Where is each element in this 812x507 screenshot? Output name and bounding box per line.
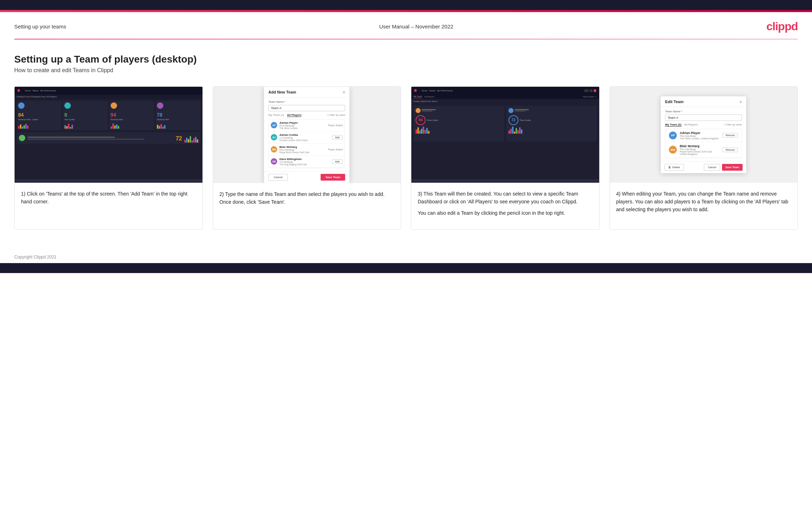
- edit-modal-actions: Cancel Save Team: [704, 164, 743, 171]
- card-4: Edit Team × Team Name * My Team (2) All …: [610, 86, 798, 230]
- ss1-player-card: 78 Handicap Index: [155, 101, 200, 130]
- player-info: Adrian Coliba 1.5 Handicap Central Londo…: [279, 133, 330, 142]
- edit-team-modal: Edit Team × Team Name * My Team (2) All …: [661, 96, 746, 173]
- card-1: Home Teams My Performance Finding 6 out …: [14, 86, 203, 230]
- ss3-player-card: 94 Player Quality: [413, 106, 504, 142]
- card-1-text: 1) Click on 'Teams' at the top of the sc…: [15, 183, 202, 229]
- edit-team-name-label: Team Name *: [665, 110, 742, 113]
- copyright-text: Copyright Clippd 2021: [14, 255, 57, 260]
- filter-by-name: ☐ Filter by name: [327, 114, 345, 116]
- modal-close-icon[interactable]: ×: [343, 90, 346, 95]
- edit-player-item: AP Adrian Player Plus Handicap The Shire…: [665, 129, 742, 142]
- edit-player-sub: Plus Handicap: [680, 135, 719, 137]
- cancel-button[interactable]: Cancel: [268, 174, 288, 181]
- player-added-label: Player Added: [328, 148, 343, 151]
- main-content: Setting up a Team of players (desktop) H…: [0, 39, 812, 251]
- add-player-button[interactable]: Add: [332, 159, 343, 164]
- manual-label: User Manual – November 2022: [379, 23, 453, 30]
- logo: clippd: [766, 20, 798, 33]
- screenshot-4: Edit Team × Team Name * My Team (2) All …: [610, 87, 798, 183]
- section-label: Setting up your teams: [14, 23, 66, 30]
- player-avatar: AP: [271, 122, 277, 128]
- trash-icon: 🗑: [668, 166, 671, 169]
- player-info: Dave Billingham 3.5 Handicap The Dog Mag…: [279, 158, 330, 166]
- team-name-label: Team Name *: [268, 100, 345, 103]
- player-sub: Plus Handicap: [279, 149, 326, 151]
- card-2-text: 2) Type the name of this Team and then s…: [213, 183, 401, 229]
- player-sub: 1.5 Handicap: [279, 137, 330, 139]
- cards-row: Home Teams My Performance Finding 6 out …: [14, 86, 798, 230]
- page-footer: Copyright Clippd 2021: [0, 251, 812, 263]
- modal-tabs: My Team (2) All Players ☐ Filter by name: [268, 113, 345, 117]
- page-subtitle: How to create and edit Teams in Clippd: [14, 67, 798, 74]
- card-3: Home Teams My Performance My Team All Pl…: [411, 86, 600, 230]
- ss3-nav-text: Home Teams My Performance: [422, 90, 453, 92]
- card-2: Add New Team × Team Name * My Team (2) A…: [213, 86, 401, 230]
- ss3-content: 94 Player Quality: [411, 104, 599, 144]
- delete-team-button[interactable]: 🗑 Delete: [664, 164, 684, 171]
- edit-player-name: Adrian Player: [680, 131, 719, 135]
- modal-body: Team Name * My Team (2) All Players ☐ Fi…: [264, 97, 349, 171]
- edit-player-item: BM Blair McHarg Plus Handicap Royal Nort…: [665, 142, 742, 158]
- player-location: Royal North Devon Golf Club: [279, 151, 326, 154]
- edit-player-list: AP Adrian Player Plus Handicap The Shire…: [665, 129, 742, 158]
- ss1-player-card: 94 Handicap Index: [109, 101, 154, 130]
- add-team-modal: Add New Team × Team Name * My Team (2) A…: [264, 87, 349, 183]
- all-players-tab[interactable]: All Players: [287, 113, 302, 117]
- edit-player-location: Royal North Devon Golf Club, United King…: [680, 150, 719, 155]
- player-name: Adrian Player: [279, 121, 326, 124]
- player-item: BM Blair McHarg Plus Handicap Royal Nort…: [269, 144, 345, 156]
- player-list: AP Adrian Player Plus Handicap The Shire…: [268, 119, 345, 168]
- player-item: AP Adrian Player Plus Handicap The Shire…: [269, 119, 345, 132]
- save-team-button[interactable]: Save Team: [321, 174, 345, 181]
- top-bar: [0, 0, 812, 10]
- edit-player-name: Blair McHarg: [680, 144, 719, 148]
- ss3-topbar: Home Teams My Performance: [411, 87, 599, 95]
- edit-modal-close-icon[interactable]: ×: [739, 99, 742, 105]
- edit-player-info: Blair McHarg Plus Handicap Royal North D…: [680, 144, 719, 155]
- player-info: Adrian Player Plus Handicap The Shire Lo…: [279, 121, 326, 129]
- screenshot-3: Home Teams My Performance My Team All Pl…: [411, 87, 599, 183]
- ss1-topbar: Home Teams My Performance: [15, 87, 202, 95]
- team-name-input[interactable]: [268, 105, 345, 111]
- player-item: AC Adrian Coliba 1.5 Handicap Central Lo…: [269, 132, 345, 144]
- player-sub: Plus Handicap: [279, 124, 326, 127]
- screenshot-1: Home Teams My Performance Finding 6 out …: [15, 87, 202, 183]
- remove-player-button[interactable]: Remove: [722, 148, 738, 152]
- ss1-player-card-bottom: 72: [17, 132, 200, 144]
- edit-save-team-button[interactable]: Save Team: [722, 164, 743, 171]
- card-3-text: 3) This Team will then be created. You c…: [411, 183, 599, 229]
- my-team-tab[interactable]: My Team (2): [268, 113, 284, 117]
- remove-player-button[interactable]: Remove: [722, 133, 738, 138]
- player-sub: 3.5 Handicap: [279, 161, 330, 163]
- edit-modal-title: Edit Team: [665, 100, 684, 104]
- header: Setting up your teams User Manual – Nove…: [0, 12, 812, 39]
- edit-modal-body: Team Name * My Team (2) All Players ☐ Fi…: [661, 107, 746, 161]
- add-player-button[interactable]: Add: [332, 135, 343, 140]
- edit-filter-by-name: ☐ Filter by name: [724, 123, 742, 126]
- player-added-label: Player Added: [328, 124, 343, 127]
- screenshot-2: Add New Team × Team Name * My Team (2) A…: [213, 87, 401, 183]
- ss1-logo-dot: [17, 89, 20, 92]
- ss1-player-card: 0 Team Quality: [63, 101, 108, 130]
- edit-all-players-tab[interactable]: All Players: [684, 123, 698, 126]
- bottom-bar: [0, 263, 812, 273]
- edit-player-sub: Plus Handicap: [680, 148, 719, 150]
- ss3-player-card: 72 Player Quality: [506, 106, 597, 142]
- edit-modal-footer: 🗑 Delete Cancel Save Team: [661, 161, 746, 173]
- edit-team-name-input[interactable]: [665, 114, 742, 121]
- modal-header: Add New Team ×: [264, 87, 349, 97]
- player-name: Adrian Coliba: [279, 133, 330, 137]
- card-4-text: 4) When editing your Team, you can chang…: [610, 183, 798, 229]
- player-location: Central London Golf Centre: [279, 139, 330, 142]
- edit-modal-tabs: My Team (2) All Players ☐ Filter by name: [665, 123, 742, 127]
- ss3-logo-dot: [414, 89, 417, 92]
- player-name: Dave Billingham: [279, 158, 330, 161]
- ss1-player-card: 84 Handicap Index London: [17, 101, 62, 130]
- edit-modal-header: Edit Team ×: [661, 96, 746, 107]
- edit-cancel-button[interactable]: Cancel: [704, 164, 720, 171]
- ss1-players-grid: 84 Handicap Index London: [15, 99, 202, 132]
- player-avatar: AC: [271, 134, 277, 140]
- ss1-nav-text: Home Teams My Performance: [25, 90, 56, 92]
- edit-my-team-tab[interactable]: My Team (2): [665, 123, 681, 127]
